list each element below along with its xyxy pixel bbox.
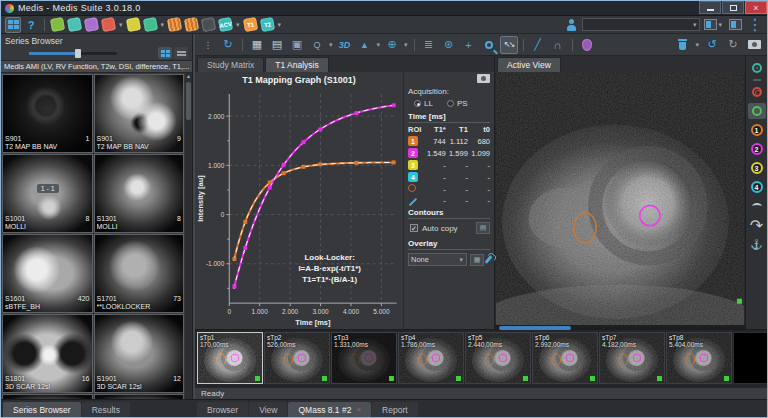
tab-report[interactable]: Report bbox=[372, 402, 418, 417]
chevron-down-icon[interactable]: ▾ bbox=[329, 41, 333, 49]
zoom-tool-button[interactable]: ↖↘ bbox=[500, 36, 518, 54]
settings-gear-button[interactable]: ⊛ bbox=[440, 36, 458, 54]
wrench-icon[interactable] bbox=[484, 255, 492, 264]
series-thumbnail[interactable]: S9011T2 MAP BB NAV bbox=[2, 74, 93, 153]
more-options-button[interactable]: ⋮ bbox=[747, 17, 763, 33]
table-row[interactable]: 2 1.549 1.599 1.099 bbox=[408, 147, 490, 159]
layers-button[interactable]: ≣ bbox=[420, 36, 438, 54]
app-icon-5[interactable] bbox=[125, 17, 140, 32]
t1-mapping-chart[interactable]: 01.0002.0003.0004.0005.000-1.00001.0002.… bbox=[195, 86, 403, 329]
pan-tool-button[interactable]: + bbox=[460, 36, 478, 54]
overlay-grid-button[interactable]: ▦ bbox=[470, 254, 484, 266]
tab-active-view[interactable]: Active View bbox=[497, 57, 561, 72]
series-thumbnail[interactable]: 1 - 1 S10018MOLLI bbox=[2, 154, 93, 233]
close-button[interactable]: × bbox=[745, 1, 767, 14]
filmstrip-thumbnail[interactable]: sTp74.182,00ms bbox=[599, 332, 665, 384]
chevron-down-icon[interactable]: ▾ bbox=[404, 41, 408, 49]
arc-tool-button[interactable] bbox=[748, 198, 766, 214]
delete-button[interactable] bbox=[673, 36, 691, 54]
table-row[interactable]: 3 - - - bbox=[408, 159, 490, 171]
measure-tool-button[interactable]: ╱ bbox=[529, 36, 547, 54]
series-thumbnail[interactable]: S1601420sBTFE_BH bbox=[2, 234, 93, 313]
app-icon-3[interactable] bbox=[84, 17, 99, 32]
series-scrollbar[interactable]: ▴ bbox=[185, 73, 192, 399]
app-icon-9[interactable] bbox=[201, 17, 216, 32]
maximize-button[interactable] bbox=[722, 1, 744, 14]
reset-view-button[interactable]: ↻ bbox=[219, 36, 237, 54]
filmstrip-thumbnail[interactable]: sTp52.440,00ms bbox=[465, 332, 531, 384]
roi-2-tool-button[interactable]: 2 bbox=[748, 141, 766, 157]
auto-copy-checkbox[interactable]: ✓ bbox=[410, 224, 418, 232]
scrollbar-thumb[interactable] bbox=[186, 82, 191, 120]
scroll-up-icon[interactable]: ▴ bbox=[187, 73, 190, 80]
roi-1-tool-button[interactable]: 1 bbox=[748, 122, 766, 138]
tab-qmass[interactable]: QMass 8.1 #2× bbox=[288, 402, 371, 417]
tab-view[interactable]: View bbox=[249, 402, 287, 417]
layout-button[interactable] bbox=[5, 17, 21, 33]
contour-tool-button[interactable]: ∩ bbox=[549, 36, 567, 54]
series-thumbnail[interactable]: S170173**LOOKLOCKER bbox=[94, 234, 185, 313]
series-thumbnail[interactable] bbox=[2, 394, 93, 399]
app-icon-acv[interactable]: ACV bbox=[218, 17, 233, 32]
roi-4-tool-button[interactable]: 4 bbox=[748, 179, 766, 195]
tab-study-matrix[interactable]: Study Matrix bbox=[197, 57, 264, 72]
chevron-down-icon[interactable]: ▾ bbox=[278, 21, 282, 29]
three-d-button[interactable]: 3D bbox=[336, 36, 354, 54]
filmstrip-thumbnail[interactable]: sTp31.331,00ms bbox=[331, 332, 397, 384]
series-thumbnail[interactable]: S13018MOLLI bbox=[94, 154, 185, 233]
app-icon-7[interactable] bbox=[167, 17, 182, 32]
chevron-down-icon[interactable]: ▾ bbox=[119, 21, 123, 29]
app-icon-8[interactable] bbox=[184, 17, 199, 32]
app-icon-4[interactable] bbox=[101, 17, 116, 32]
reset-layout-button[interactable] bbox=[727, 17, 743, 33]
view-layout-button[interactable]: ▾ bbox=[704, 17, 723, 33]
overlay-select[interactable]: None▾ bbox=[408, 253, 467, 266]
table-row[interactable]: 1 744 1.112 680 bbox=[408, 135, 490, 147]
chevron-down-icon[interactable]: ▾ bbox=[161, 21, 165, 29]
table-row[interactable]: 4 - - - bbox=[408, 171, 490, 183]
radio-ps[interactable]: PS bbox=[447, 99, 468, 108]
session-combobox[interactable]: ▾ bbox=[582, 18, 700, 31]
filmstrip-thumbnail[interactable]: sTp1170,00ms bbox=[197, 332, 263, 384]
undo-button[interactable]: ↺ bbox=[703, 36, 721, 54]
phase-tool-button[interactable] bbox=[748, 60, 766, 76]
qmass-button[interactable]: Q bbox=[308, 36, 326, 54]
roi-3-tool-button[interactable]: 3 bbox=[748, 160, 766, 176]
list-view-button[interactable] bbox=[174, 47, 188, 59]
radio-ll[interactable]: LL bbox=[414, 99, 433, 108]
tab-series-browser[interactable]: Series Browser bbox=[3, 402, 81, 417]
anchor-button[interactable]: ⚓ bbox=[748, 236, 766, 252]
chevron-down-icon[interactable]: ▾ bbox=[695, 41, 699, 49]
toolbar-handle[interactable]: ⋮ bbox=[199, 36, 217, 54]
series-thumbnail[interactable]: S9019T2 MAP BB NAV bbox=[94, 74, 185, 153]
endocardial-contour-button[interactable] bbox=[748, 103, 766, 119]
app-icon-6[interactable] bbox=[142, 17, 157, 32]
image-hscrollbar[interactable] bbox=[495, 325, 745, 329]
app-icon-t2[interactable]: T2 bbox=[260, 17, 275, 32]
series-thumbnail[interactable]: S1801163D SCAR 12sl bbox=[2, 314, 93, 393]
tab-t1-analysis[interactable]: T1 Analysis bbox=[265, 57, 328, 72]
hscrollbar-thumb[interactable] bbox=[499, 326, 571, 330]
series-thumbnail[interactable]: S1901123D SCAR 12sl bbox=[94, 314, 185, 393]
help-button[interactable]: ? bbox=[23, 17, 39, 33]
close-icon[interactable]: × bbox=[356, 405, 361, 414]
minimize-button[interactable] bbox=[699, 1, 721, 14]
magnify-tool-button[interactable] bbox=[480, 36, 498, 54]
split-view-button[interactable]: ▤ bbox=[268, 36, 286, 54]
thumbnail-size-slider[interactable] bbox=[29, 52, 117, 55]
app-icon-1[interactable] bbox=[50, 17, 65, 32]
chevron-down-icon[interactable]: ▾ bbox=[236, 21, 240, 29]
tab-results[interactable]: Results bbox=[82, 402, 130, 417]
grid-view-button[interactable] bbox=[158, 47, 172, 59]
filmstrip-thumbnail[interactable]: sTp41.786,00ms bbox=[398, 332, 464, 384]
table-row[interactable]: - - - bbox=[408, 195, 490, 206]
globe-tool-button[interactable]: ⊕ bbox=[383, 36, 401, 54]
table-row[interactable]: - - - bbox=[408, 183, 490, 195]
filmstrip-thumbnail[interactable]: sTp85.404,00ms bbox=[666, 332, 732, 384]
snapshot-button[interactable] bbox=[745, 36, 763, 54]
tab-browser[interactable]: Browser bbox=[197, 402, 248, 417]
graph-snapshot-button[interactable] bbox=[477, 74, 490, 83]
chevron-down-icon[interactable]: ▾ bbox=[377, 41, 381, 49]
filmstrip-thumbnail[interactable]: sTp62.992,00ms bbox=[532, 332, 598, 384]
image-view-button[interactable]: ▣ bbox=[288, 36, 306, 54]
